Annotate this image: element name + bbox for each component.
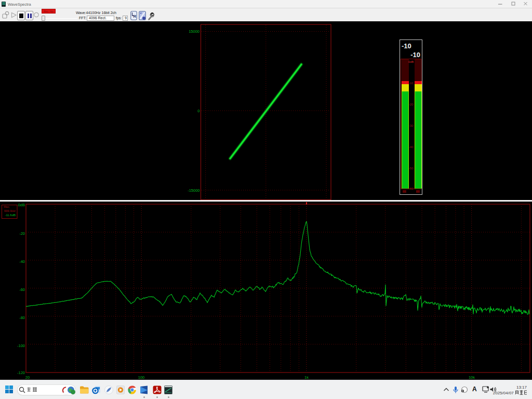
svg-text:0dB: 0dB [18,203,25,207]
svg-text:-20: -20 [19,231,25,236]
svg-text:10k: 10k [469,375,475,380]
svg-text:Max.: Max. [4,205,10,208]
svg-text:100: 100 [138,375,145,380]
svg-text:-100: -100 [17,343,25,348]
svg-text:20: 20 [25,375,30,380]
svg-text:-11.6dB: -11.6dB [5,214,16,217]
svg-text:0: 0 [197,109,200,113]
svg-text:1k: 1k [304,375,309,380]
svg-text:-40: -40 [19,259,25,264]
svg-text:-60: -60 [19,287,25,292]
svg-text:999.9Hz: 999.9Hz [4,209,16,212]
svg-text:R: R [134,14,137,19]
svg-text:-80: -80 [19,315,25,320]
svg-text:15000: 15000 [189,29,200,34]
svg-text:-15000: -15000 [188,188,200,193]
svg-text:-120: -120 [17,370,25,375]
